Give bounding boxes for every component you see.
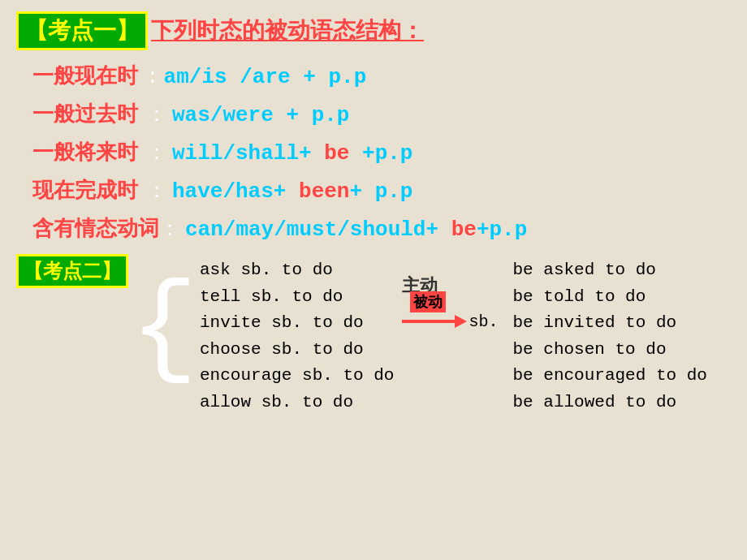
formula-3-part2: +p.p	[349, 141, 412, 166]
colon-1: :	[146, 65, 159, 89]
colon-3: ：	[146, 138, 167, 166]
grammar-row-3: 一般将来时 ： will/shall+ be +p.p	[16, 138, 731, 166]
arrow-area: 主动 被动 sb.	[402, 257, 498, 334]
passive-line-3: be invited to do	[512, 310, 706, 337]
formula-4-been: been	[299, 179, 349, 204]
colon-2: ：	[146, 100, 167, 128]
sb-after-arrow: sb.	[468, 312, 498, 331]
passive-line-1: be asked to do	[512, 257, 706, 284]
formula-4-part1: have/has+	[172, 179, 299, 204]
active-line-2: tell sb. to do	[200, 284, 394, 311]
colon-4: ：	[146, 176, 167, 205]
passive-line-4: be chosen to do	[512, 337, 706, 364]
tense-label-5: 含有情态动词	[32, 214, 159, 243]
grammar-row-5: 含有情态动词 ： can/may/must/should+ be+p.p	[16, 214, 731, 243]
grammar-row-4: 现在完成时 ： have/has+ been+ p.p	[16, 176, 731, 205]
tense-label-1: 一般现在时	[32, 62, 146, 90]
bracket-container: { ask sb. to do tell sb. to do invite sb…	[128, 251, 707, 416]
formula-3-be: be	[324, 141, 349, 166]
tense-label-2: 一般过去时	[32, 100, 146, 128]
title-text: 下列时态的被动语态结构：	[151, 15, 424, 46]
slide-content: 【考点一】 下列时态的被动语态结构： 一般现在时 : am/is /are + …	[16, 8, 731, 552]
arrow-svg	[402, 309, 467, 334]
passive-lines: be asked to do be told to do be invited …	[512, 257, 706, 416]
left-bracket: {	[130, 251, 198, 416]
active-passive-wrapper: ask sb. to do tell sb. to do invite sb. …	[200, 251, 707, 416]
active-line-5: encourage sb. to do	[200, 363, 394, 390]
formula-5-part2: +p.p	[477, 218, 527, 242]
formula-3-part1: will/shall+	[172, 141, 324, 166]
colon-5: ：	[159, 214, 180, 243]
passive-line-5: be encouraged to do	[512, 363, 706, 390]
tense-label-3: 一般将来时	[32, 138, 146, 166]
active-line-6: allow sb. to do	[200, 390, 394, 416]
kaodian-one-badge: 【考点一】	[16, 11, 148, 50]
formula-4-part2: + p.p	[349, 179, 412, 204]
active-area: ask sb. to do tell sb. to do invite sb. …	[200, 257, 707, 416]
section-two: 【考点二】 { ask sb. to do tell sb. to do inv…	[16, 251, 731, 416]
active-line-1: ask sb. to do	[200, 257, 394, 284]
formula-2: was/were + p.p	[172, 103, 349, 127]
arrow-wrapper: 被动 sb.	[402, 309, 498, 334]
title-row: 【考点一】 下列时态的被动语态结构：	[16, 11, 731, 50]
formula-5: can/may/must/should+ be+p.p	[185, 218, 527, 242]
active-lines: ask sb. to do tell sb. to do invite sb. …	[200, 257, 394, 416]
formula-5-part1: can/may/must/should+	[185, 218, 451, 242]
passive-line-6: be allowed to do	[512, 390, 706, 416]
formula-5-be: be	[451, 218, 477, 242]
kaodian-two-badge: 【考点二】	[16, 254, 128, 288]
grammar-row-2: 一般过去时 ： was/were + p.p	[16, 100, 731, 128]
formula-4: have/has+ been+ p.p	[172, 179, 412, 204]
formula-3: will/shall+ be +p.p	[172, 141, 412, 166]
active-line-4: choose sb. to do	[200, 337, 394, 364]
svg-marker-1	[455, 315, 467, 328]
active-line-3: invite sb. to do	[200, 310, 394, 337]
grammar-row-1: 一般现在时 : am/is /are + p.p	[16, 62, 731, 90]
formula-1: am/is /are + p.p	[164, 65, 367, 89]
tense-label-4: 现在完成时	[32, 176, 146, 205]
beidong-badge: 被动	[410, 291, 446, 312]
passive-line-2: be told to do	[512, 284, 706, 311]
